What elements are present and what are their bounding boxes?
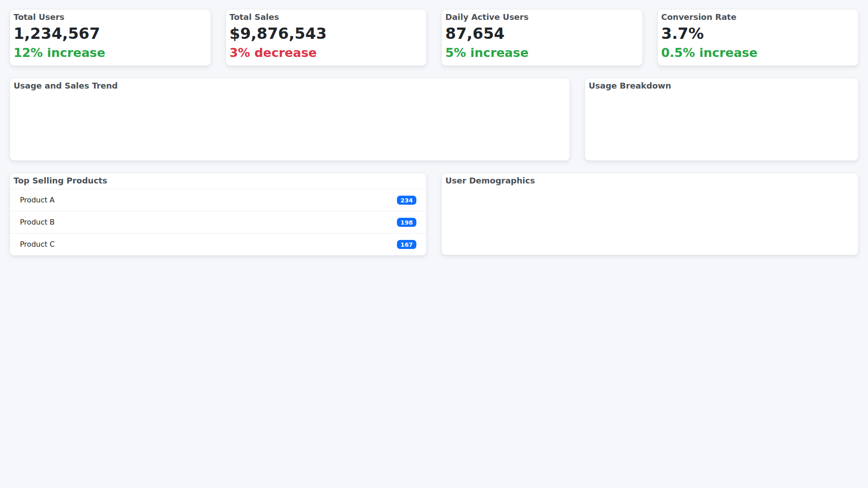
- product-row-a: Product A 234: [10, 189, 426, 211]
- stat-value: 87,654: [445, 24, 639, 43]
- stat-title: Daily Active Users: [445, 12, 639, 22]
- stat-card-conversion-rate: Conversion Rate 3.7% 0.5% increase: [657, 9, 859, 66]
- stat-card-total-sales: Total Sales $9,876,543 3% decrease: [226, 9, 427, 66]
- user-demographics-panel: User Demographics: [441, 173, 859, 255]
- product-row-b: Product B 198: [10, 211, 426, 234]
- stat-value: 3.7%: [661, 24, 855, 43]
- product-name: Product C: [20, 240, 55, 249]
- usage-breakdown-panel: Usage Breakdown: [585, 78, 859, 161]
- count-badge: 234: [397, 196, 416, 205]
- stat-value: 1,234,567: [14, 24, 207, 43]
- stats-row: Total Users 1,234,567 12% increase Total…: [9, 9, 859, 66]
- stat-card-daily-active-users: Daily Active Users 87,654 5% increase: [441, 9, 643, 66]
- panel-title: Top Selling Products: [14, 176, 423, 186]
- bottom-row: Top Selling Products Product A 234 Produ…: [9, 173, 859, 256]
- stat-delta: 12% increase: [14, 46, 207, 60]
- breakdown-chart-area: [589, 91, 854, 157]
- stat-card-total-users: Total Users 1,234,567 12% increase: [9, 9, 211, 66]
- count-badge: 198: [397, 218, 416, 227]
- charts-row: Usage and Sales Trend Usage Breakdown: [9, 78, 859, 161]
- trend-chart-area: [14, 91, 566, 157]
- stat-title: Total Sales: [230, 12, 423, 22]
- usage-sales-trend-panel: Usage and Sales Trend: [9, 78, 570, 161]
- panel-title: Usage Breakdown: [589, 81, 854, 91]
- stat-delta: 3% decrease: [230, 46, 423, 60]
- count-badge: 167: [397, 240, 416, 249]
- top-selling-products-card: Top Selling Products Product A 234 Produ…: [9, 173, 427, 256]
- stat-title: Conversion Rate: [661, 12, 855, 22]
- product-list: Product A 234 Product B 198 Product C 16…: [10, 189, 426, 255]
- product-name: Product B: [20, 218, 55, 226]
- demographics-chart-area: [445, 186, 854, 251]
- product-row-c: Product C 167: [10, 234, 426, 255]
- panel-title: User Demographics: [445, 176, 854, 186]
- stat-title: Total Users: [14, 12, 207, 22]
- list-card-header: Top Selling Products: [10, 173, 426, 189]
- stat-value: $9,876,543: [230, 24, 423, 43]
- stat-delta: 5% increase: [445, 46, 639, 60]
- stat-delta: 0.5% increase: [661, 46, 855, 60]
- panel-title: Usage and Sales Trend: [14, 81, 566, 91]
- product-name: Product A: [20, 196, 55, 204]
